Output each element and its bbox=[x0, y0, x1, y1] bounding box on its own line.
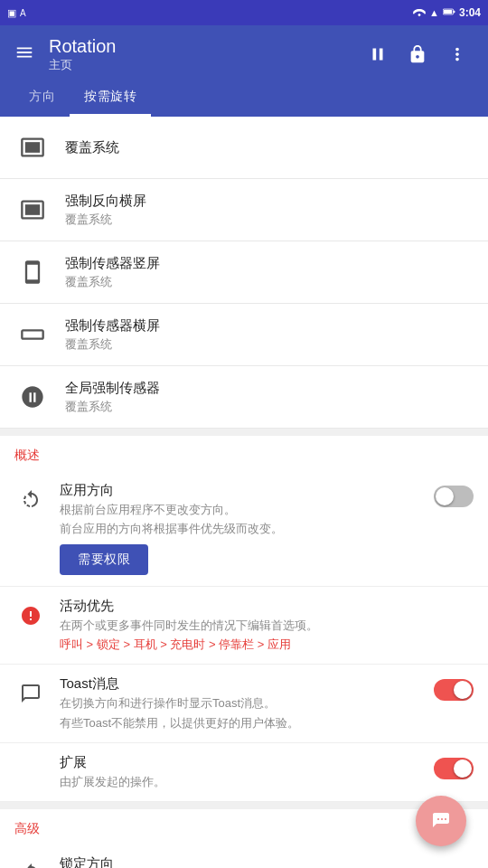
tab-direction[interactable]: 方向 bbox=[14, 80, 70, 117]
activity-priority-title: 活动优先 bbox=[60, 598, 474, 615]
list-item-cover-system[interactable]: 覆盖系统 bbox=[0, 117, 488, 179]
activity-priority-row[interactable]: 活动优先 在两个或更多事件同时发生的情况下编辑首选项。 呼叫 > 锁定 > 耳机… bbox=[0, 587, 488, 665]
lock-orientation-row[interactable]: 锁定方向 bbox=[0, 844, 488, 868]
extensions-title: 扩展 bbox=[60, 754, 427, 771]
activity-priority-text: 呼叫 > 锁定 > 耳机 > 充电时 > 停靠栏 > 应用 bbox=[60, 637, 474, 653]
app-orientation-icon bbox=[14, 484, 47, 516]
advanced-header-text: 高级 bbox=[14, 821, 40, 835]
force-sensor-title: 全局强制传感器 bbox=[65, 380, 474, 397]
more-button[interactable] bbox=[441, 38, 474, 71]
app-title-block: Rotation 主页 bbox=[49, 35, 117, 73]
status-bar-left: ▣ A bbox=[7, 7, 26, 19]
app-subtitle: 主页 bbox=[49, 57, 117, 73]
force-portrait-sensor-icon bbox=[14, 254, 51, 290]
lock-button[interactable] bbox=[401, 38, 434, 71]
force-sensor-subtitle: 覆盖系统 bbox=[65, 399, 474, 415]
svg-rect-4 bbox=[25, 204, 40, 215]
toast-msg-toggle[interactable] bbox=[434, 679, 474, 701]
app-orientation-content: 应用方向 根据前台应用程序不更改变方向。 bbox=[60, 482, 427, 518]
extensions-content: 扩展 由扩展发起的操作。 bbox=[60, 754, 427, 790]
svg-rect-3 bbox=[25, 142, 40, 153]
status-bar-right: ▲ 3:04 bbox=[413, 6, 481, 19]
force-sensor-text: 全局强制传感器 覆盖系统 bbox=[65, 380, 474, 415]
app-orientation-toggle[interactable] bbox=[434, 486, 474, 507]
android-icon: A bbox=[20, 8, 26, 18]
force-landscape-sensor-subtitle: 覆盖系统 bbox=[65, 336, 474, 353]
activity-priority-desc: 在两个或更多事件同时发生的情况下编辑首选项。 bbox=[60, 618, 474, 634]
cover-system-icon bbox=[14, 129, 51, 165]
section-gap-1 bbox=[0, 429, 488, 436]
force-landscape-title: 强制反向横屏 bbox=[65, 193, 474, 210]
lock-orientation-title: 锁定方向 bbox=[60, 855, 474, 868]
section-gap-2 bbox=[0, 802, 488, 809]
app-orientation-row[interactable]: 应用方向 根据前台应用程序不更改变方向。 前台应用的方向将根据事件优先级而改变。… bbox=[0, 471, 488, 587]
toast-msg-switch[interactable] bbox=[434, 679, 474, 701]
overview-section-header: 概述 bbox=[0, 436, 488, 471]
force-landscape-sensor-text: 强制传感器横屏 覆盖系统 bbox=[65, 317, 474, 353]
wifi-icon bbox=[413, 6, 426, 19]
force-landscape-sensor-title: 强制传感器横屏 bbox=[65, 317, 474, 335]
battery-icon bbox=[443, 6, 455, 19]
force-landscape-text: 强制反向横屏 覆盖系统 bbox=[65, 193, 474, 228]
permission-button[interactable]: 需要权限 bbox=[60, 544, 148, 575]
force-portrait-sensor-text: 强制传感器竖屏 覆盖系统 bbox=[65, 255, 474, 290]
toast-msg-title: Toast消息 bbox=[60, 675, 427, 693]
menu-button[interactable] bbox=[14, 42, 34, 67]
list-item-force-portrait-sensor[interactable]: 强制传感器竖屏 覆盖系统 bbox=[0, 241, 488, 304]
force-landscape-subtitle: 覆盖系统 bbox=[65, 212, 474, 228]
app-title: Rotation bbox=[49, 35, 117, 57]
extensions-switch[interactable] bbox=[434, 758, 474, 779]
toast-msg-icon bbox=[14, 677, 47, 710]
cover-system-text: 覆盖系统 bbox=[65, 139, 474, 156]
force-landscape-sensor-icon bbox=[14, 316, 51, 353]
app-bar-actions bbox=[361, 38, 474, 71]
app-orientation-switch[interactable] bbox=[434, 486, 474, 507]
sim-icon: ▣ bbox=[7, 7, 16, 19]
status-bar: ▣ A ▲ 3:04 bbox=[0, 0, 488, 25]
lock-orientation-content: 锁定方向 bbox=[60, 855, 474, 868]
extensions-desc: 由扩展发起的操作。 bbox=[60, 774, 427, 790]
ext-toggle-thumb bbox=[454, 760, 472, 778]
toast-msg-desc: 在切换方向和进行操作时显示Toast消息。 bbox=[60, 695, 427, 712]
extensions-toggle[interactable] bbox=[434, 758, 474, 779]
lock-orientation-icon bbox=[14, 857, 47, 868]
tabs: 方向 按需旋转 bbox=[14, 80, 474, 117]
activity-priority-content: 活动优先 在两个或更多事件同时发生的情况下编辑首选项。 呼叫 > 锁定 > 耳机… bbox=[60, 598, 474, 653]
extensions-icon bbox=[14, 756, 47, 788]
advanced-section-header: 高级 bbox=[0, 809, 488, 844]
force-landscape-icon bbox=[14, 192, 51, 228]
force-portrait-sensor-title: 强制传感器竖屏 bbox=[65, 255, 474, 272]
list-item-force-landscape[interactable]: 强制反向横屏 覆盖系统 bbox=[0, 179, 488, 241]
force-portrait-sensor-subtitle: 覆盖系统 bbox=[65, 274, 474, 290]
tab-on-demand[interactable]: 按需旋转 bbox=[70, 80, 151, 117]
app-bar-left: Rotation 主页 bbox=[14, 35, 117, 73]
toast-msg-extra: 有些Toast不能禁用，以提供更好的用户体验。 bbox=[60, 715, 299, 731]
activity-priority-icon bbox=[14, 599, 47, 632]
cover-system-title: 覆盖系统 bbox=[65, 139, 474, 156]
extensions-row[interactable]: 扩展 由扩展发起的操作。 bbox=[0, 743, 488, 802]
list-item-force-sensor[interactable]: 全局强制传感器 覆盖系统 bbox=[0, 366, 488, 429]
toggle-thumb bbox=[436, 487, 454, 505]
app-orientation-title: 应用方向 bbox=[60, 482, 427, 499]
fab-button[interactable] bbox=[416, 796, 466, 846]
force-sensor-icon bbox=[14, 379, 51, 415]
app-orientation-desc: 根据前台应用程序不更改变方向。 bbox=[60, 502, 427, 518]
content: 覆盖系统 强制反向横屏 覆盖系统 强制传感器竖屏 覆盖系统 强制传感器横屏 覆盖… bbox=[0, 117, 488, 868]
svg-rect-1 bbox=[454, 11, 455, 13]
app-orientation-extra: 前台应用的方向将根据事件优先级而改变。 bbox=[60, 521, 283, 537]
status-time: 3:04 bbox=[459, 6, 481, 19]
pause-button[interactable] bbox=[361, 38, 394, 71]
app-bar: Rotation 主页 方向 按需旋转 bbox=[0, 25, 488, 117]
svg-rect-2 bbox=[444, 10, 452, 14]
app-bar-top: Rotation 主页 bbox=[14, 33, 474, 76]
toast-toggle-thumb bbox=[454, 681, 472, 699]
toast-msg-row[interactable]: Toast消息 在切换方向和进行操作时显示Toast消息。 有些Toast不能禁… bbox=[0, 665, 488, 742]
overview-header-text: 概述 bbox=[14, 448, 40, 462]
signal-icon: ▲ bbox=[429, 7, 439, 18]
list-item-force-landscape-sensor[interactable]: 强制传感器横屏 覆盖系统 bbox=[0, 304, 488, 366]
toast-msg-content: Toast消息 在切换方向和进行操作时显示Toast消息。 bbox=[60, 675, 427, 712]
